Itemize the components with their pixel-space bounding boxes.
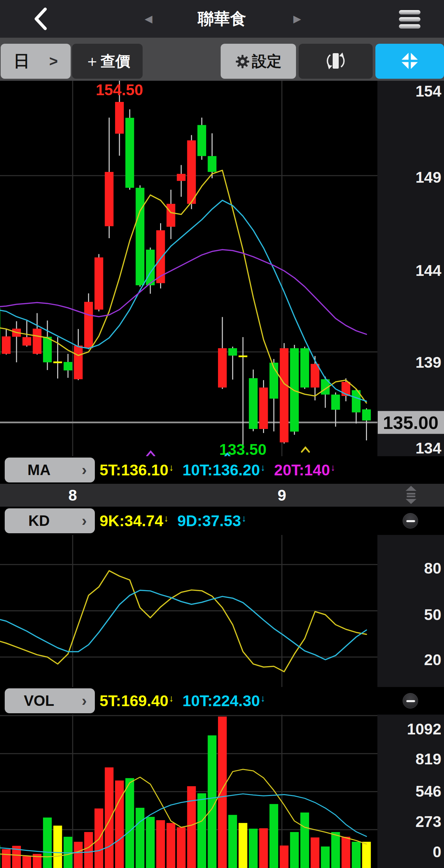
- chevron-right-icon: >: [49, 53, 58, 70]
- time-axis-row[interactable]: 89: [0, 484, 444, 507]
- prev-symbol-button[interactable]: ◀: [145, 0, 152, 38]
- volume-bar: [321, 846, 330, 868]
- trend-down-icon: ↓: [331, 462, 335, 473]
- candle-body: [259, 388, 268, 429]
- menu-button[interactable]: [399, 10, 424, 30]
- volume-bar: [115, 780, 124, 868]
- rotate-screen-button[interactable]: [299, 44, 373, 79]
- axis-tick-label: 20: [424, 651, 441, 669]
- expand-diamond-icon: [399, 51, 420, 72]
- ma-button[interactable]: MA ›: [5, 458, 95, 483]
- ma-values: 5T:136.10↓10T:136.20↓20T:140↓: [100, 456, 380, 484]
- add-quote-button[interactable]: ＋ 查價: [72, 44, 142, 79]
- price-chart[interactable]: 154149144139134154.50133.50135.00: [0, 81, 444, 456]
- d-line: [0, 590, 366, 660]
- period-button[interactable]: 日 >: [1, 44, 71, 79]
- kd-collapse-button[interactable]: [403, 513, 418, 529]
- candle-body: [105, 172, 114, 226]
- minus-icon: [406, 700, 415, 702]
- axis-tick-label: 80: [424, 559, 441, 577]
- month-label: 9: [278, 484, 286, 507]
- volume-bar: [228, 815, 237, 868]
- volume-bar: [177, 827, 186, 868]
- candle-body: [280, 348, 289, 442]
- candle-body: [0, 308, 0, 354]
- volume-bar: [362, 842, 371, 868]
- hamburger-icon: [399, 10, 424, 29]
- candle-body: [125, 118, 134, 188]
- next-arrow-icon: ▶: [293, 13, 301, 24]
- axis-tick-label: 50: [424, 606, 441, 623]
- volume-bar: [156, 820, 165, 868]
- volume-bar: [135, 808, 144, 868]
- next-symbol-button[interactable]: ▶: [293, 0, 301, 38]
- prev-arrow-icon: ◀: [145, 13, 152, 24]
- volume-bar: [300, 812, 309, 868]
- candle-body: [362, 409, 371, 421]
- candle-body: [208, 156, 217, 172]
- axis-tick-label: 546: [415, 782, 441, 800]
- candle-body: [197, 125, 206, 156]
- top-nav-bar: ◀ 聯華食 ▶: [0, 0, 444, 38]
- kd-button[interactable]: KD ›: [5, 508, 95, 533]
- chart-toolbar: 日 > ＋ 查價 設定: [0, 38, 444, 81]
- vol-collapse-button[interactable]: [403, 693, 418, 709]
- kd-values: 9K:34.74↓9D:37.53↓: [100, 507, 380, 535]
- candle-body: [135, 188, 144, 285]
- kd-chart[interactable]: 805020: [0, 535, 444, 687]
- candle-body: [218, 348, 227, 388]
- candle-wick: [243, 337, 244, 449]
- candle-body: [23, 337, 31, 345]
- volume-bar: [249, 829, 258, 868]
- back-button[interactable]: [30, 7, 51, 32]
- ma-indicator-row: MA › 5T:136.10↓10T:136.20↓20T:140↓: [0, 456, 444, 484]
- settings-label: 設定: [252, 52, 282, 71]
- gridline-horizontal: [0, 564, 377, 565]
- candle-body: [115, 102, 124, 133]
- axis-tick-label: 1092: [407, 720, 441, 738]
- kd-indicator-row: KD › 9K:34.74↓9D:37.53↓: [0, 507, 444, 535]
- volume-bar: [290, 832, 299, 868]
- expand-chart-button[interactable]: [375, 44, 444, 79]
- zoom-scrubber-handle[interactable]: [404, 485, 418, 506]
- gridline-horizontal: [0, 753, 377, 754]
- candle-body: [95, 257, 103, 310]
- chevron-right-icon: ›: [82, 688, 87, 713]
- candle-doji-dash: [54, 361, 62, 363]
- trend-down-icon: ↓: [169, 462, 174, 473]
- gridline-horizontal: [0, 351, 377, 352]
- axis-tick-label: 819: [415, 750, 441, 768]
- volume-bar: [331, 832, 340, 868]
- candle-body: [74, 345, 83, 379]
- add-quote-label: 查價: [101, 52, 130, 71]
- trend-down-icon: ↓: [164, 513, 168, 524]
- volume-bar: [197, 793, 206, 868]
- kd-button-label: KD: [5, 508, 73, 533]
- settings-button[interactable]: 設定: [221, 44, 296, 79]
- axis-tick-label: 144: [415, 262, 441, 279]
- candle-body: [187, 140, 196, 204]
- drag-handle-icon: [404, 500, 418, 506]
- axis-tick-label: 134: [415, 439, 441, 456]
- volume-bar: [259, 828, 268, 868]
- volume-bar: [218, 717, 227, 868]
- volume-bar: [0, 845, 0, 868]
- trading-app: ◀ 聯華食 ▶ 日 > ＋ 查價: [0, 0, 444, 868]
- candle-body: [331, 395, 340, 410]
- period-label: 日: [13, 51, 30, 72]
- axis-tick-label: 0: [433, 843, 441, 861]
- vol-values: 5T:169.40↓10T:224.30↓: [100, 687, 380, 715]
- volume-bar: [341, 837, 350, 868]
- candle-body: [300, 348, 309, 388]
- vol-button[interactable]: VOL ›: [5, 688, 95, 713]
- candle-wick: [16, 321, 17, 362]
- vol-indicator-row: VOL › 5T:169.40↓10T:224.30↓: [0, 687, 444, 715]
- volume-bar: [84, 832, 93, 868]
- current-price-line: [0, 422, 377, 423]
- volume-chart[interactable]: 10928195462730: [0, 715, 444, 868]
- candle-doji-dash: [239, 355, 247, 357]
- volume-bar: [311, 837, 320, 868]
- gear-icon: [235, 53, 250, 70]
- volume-bar: [2, 849, 11, 868]
- axis-tick-label: 273: [415, 813, 441, 830]
